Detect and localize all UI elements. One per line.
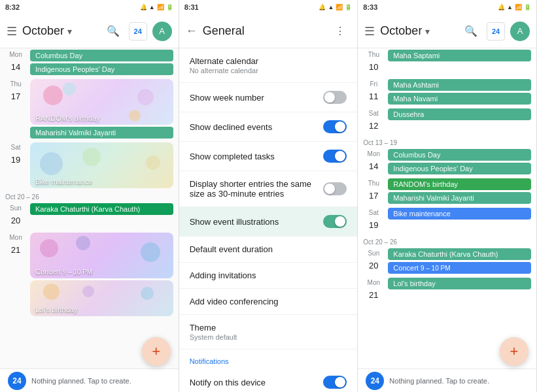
day-name-thu-r2: Thu	[368, 180, 379, 187]
settings-completed-tasks[interactable]: Show completed tasks	[179, 142, 358, 171]
event-karaka[interactable]: Karaka Chaturthi (Karva Chauth)	[30, 203, 173, 215]
day-row-r-17: Thu 17 RANDOM's birthday Maharishi Valmi…	[358, 177, 536, 205]
notify-device-label: Notify on this device	[190, 378, 324, 387]
completed-tasks-toggle[interactable]	[323, 150, 347, 163]
day-name-mon-r: Mon	[368, 150, 380, 157]
event-illustrations-toggle[interactable]	[323, 215, 347, 228]
calendar-badge[interactable]: 24	[129, 22, 147, 41]
week-label-r-oct13: Oct 13 – 19	[358, 137, 536, 148]
event-maha-saptami[interactable]: Maha Saptami	[388, 50, 531, 61]
day-number-r-14[interactable]: 14	[365, 157, 382, 174]
day-number-21[interactable]: 21	[7, 241, 24, 258]
right-menu-icon[interactable]: ☰	[364, 24, 375, 39]
day-info-19: Sat 19	[5, 142, 26, 188]
week-number-label: Show week number	[190, 93, 324, 103]
day-name-mon: Mon	[9, 51, 22, 58]
menu-icon[interactable]: ☰	[7, 24, 17, 39]
day-number-11[interactable]: 11	[365, 88, 382, 105]
day-number-20[interactable]: 20	[7, 212, 24, 229]
event-r-bike[interactable]: Bike maintenance	[388, 208, 531, 220]
day-number-14[interactable]: 14	[7, 58, 24, 75]
event-r-lol-bday[interactable]: Lol's birthday	[388, 278, 531, 289]
settings-default-duration[interactable]: Default event duration	[179, 237, 358, 263]
shorter-entries-toggle[interactable]	[323, 182, 347, 195]
middle-panel: 8:31 🔔 ▲ 📶 🔋 ← General ⋮ Alternate calen…	[179, 0, 358, 392]
event-r-indigenous[interactable]: Indigenous Peoples' Day	[388, 163, 531, 174]
day-row-17: Thu 17 RANDOM's birthday Maharishi Valmi…	[0, 78, 179, 140]
day-row-r-11: Fri 11 Maha Ashtami Maha Navami	[358, 78, 536, 106]
avatar[interactable]: A	[152, 22, 172, 41]
notify-device-toggle[interactable]	[323, 376, 347, 389]
day-name-sat: Sat	[10, 144, 20, 151]
settings-week-number[interactable]: Show week number	[179, 83, 358, 112]
alternate-calendar-value: No alternate calendar	[190, 67, 347, 74]
right-search-button[interactable]: 🔍	[460, 21, 481, 42]
day-number-r-17[interactable]: 17	[365, 187, 382, 204]
wifi-icon-m: ▲	[328, 4, 334, 10]
right-header-title[interactable]: October ▾	[380, 24, 455, 38]
right-calendar-badge[interactable]: 24	[487, 22, 505, 41]
concert-image[interactable]: Concert 9 – 10 PM	[30, 233, 173, 278]
day-number-17[interactable]: 17	[7, 88, 24, 105]
settings-event-illustrations[interactable]: Show event illustrations	[179, 207, 358, 237]
event-r-concert[interactable]: Concert 9 – 10 PM	[388, 262, 531, 274]
event-columbus-day[interactable]: Columbus Day	[30, 50, 173, 61]
day-number-r-21[interactable]: 21	[365, 286, 382, 303]
left-header-title[interactable]: October ▾	[22, 24, 97, 38]
right-calendar-content: Thu 10 Maha Saptami Fri 11 Maha Ashtami …	[358, 48, 536, 368]
left-header-actions: 🔍 24 A	[103, 21, 172, 42]
event-maha-ashtami[interactable]: Maha Ashtami	[388, 79, 531, 91]
day-name-thu-r: Thu	[368, 51, 379, 58]
settings-alternate-calendar[interactable]: Alternate calendar No alternate calendar	[179, 48, 358, 83]
birthday-image[interactable]: RANDOM's birthday	[30, 79, 173, 125]
completed-tasks-knob	[335, 151, 345, 161]
middle-app-header: ← General ⋮	[179, 14, 358, 48]
signal-icon-m: 📶	[336, 4, 343, 10]
right-fab[interactable]: +	[500, 337, 528, 366]
settings-notify-device[interactable]: Notify on this device	[179, 368, 358, 392]
status-time-left: 8:32	[5, 3, 20, 11]
week-number-toggle[interactable]	[323, 91, 347, 104]
declined-events-label: Show declined events	[190, 122, 324, 132]
settings-shorter-entries[interactable]: Display shorter entries the same size as…	[179, 171, 358, 207]
day-number-r-20[interactable]: 20	[365, 257, 382, 274]
search-button[interactable]: 🔍	[103, 21, 124, 42]
event-r-random-bday[interactable]: RANDOM's birthday	[388, 178, 531, 190]
bike-image[interactable]: Bike maintenance	[30, 142, 173, 188]
settings-declined-events[interactable]: Show declined events	[179, 112, 358, 142]
event-r-karaka[interactable]: Karaka Chaturthi (Karva Chauth)	[388, 248, 531, 260]
settings-theme[interactable]: Theme System default	[179, 315, 358, 350]
status-bar-middle: 8:31 🔔 ▲ 📶 🔋	[179, 0, 358, 14]
day-row-r-20: Sun 20 Karaka Chaturthi (Karva Chauth) C…	[358, 247, 536, 275]
day-events-14: Columbus Day Indigenous Peoples' Day	[30, 50, 173, 75]
event-r-maharishi[interactable]: Maharishi Valmiki Jayanti	[388, 192, 531, 204]
day-number-19[interactable]: 19	[7, 151, 24, 168]
event-illustrations-knob	[335, 216, 345, 227]
left-fab[interactable]: +	[142, 337, 171, 366]
right-panel: 8:33 🔔 ▲ 📶 🔋 ☰ October ▾ 🔍 24 A Thu 10	[358, 0, 537, 392]
settings-adding-invitations[interactable]: Adding invitations	[179, 263, 358, 289]
more-options-icon[interactable]: ⋮	[330, 21, 351, 42]
event-dussehra[interactable]: Dussehra	[388, 108, 531, 120]
day-number-10[interactable]: 10	[365, 58, 382, 75]
notification-icon: 🔔	[140, 4, 147, 10]
notifications-section-header: Notifications	[179, 350, 358, 368]
back-icon[interactable]: ←	[186, 24, 198, 38]
event-indigenous-day[interactable]: Indigenous Peoples' Day	[30, 63, 173, 75]
right-avatar[interactable]: A	[510, 22, 530, 41]
settings-video-conferencing[interactable]: Add video conferencing	[179, 289, 358, 315]
event-r-columbus[interactable]: Columbus Day	[388, 149, 531, 161]
day-number-12[interactable]: 12	[365, 117, 382, 134]
video-conferencing-label: Add video conferencing	[190, 297, 347, 306]
event-maha-navami[interactable]: Maha Navami	[388, 93, 531, 105]
event-maharishi[interactable]: Maharishi Valmiki Jayanti	[30, 127, 173, 139]
lol-birthday-label: Lol's birthday	[35, 306, 77, 314]
day-number-r-19[interactable]: 19	[365, 216, 382, 233]
day-name-mon2: Mon	[9, 234, 22, 241]
birthday-label: RANDOM's birthday	[35, 114, 100, 122]
declined-events-toggle[interactable]	[323, 120, 347, 133]
day-events-20: Karaka Chaturthi (Karva Chauth)	[30, 203, 173, 229]
lol-birthday-image[interactable]: Lol's birthday	[30, 280, 173, 316]
right-bottom-text: Nothing planned. Tap to create.	[389, 377, 489, 385]
day-name-sat-r2: Sat	[369, 209, 379, 216]
